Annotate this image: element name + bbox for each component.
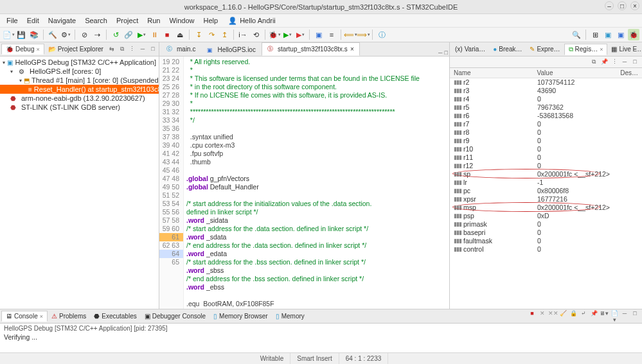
- register-row[interactable]: ▮▮▮xpsr16777216: [450, 195, 642, 204]
- tree-frame-selected[interactable]: ≡ Reset_Handler() at startup_stm32f103c8…: [0, 85, 159, 94]
- remove-launch-button[interactable]: ✕: [538, 310, 547, 323]
- register-row[interactable]: ▮▮▮r343690: [450, 87, 642, 95]
- tree-root[interactable]: ▾ ▣ HelloGPS Debug [STM32 C/C++ Applicat…: [0, 58, 159, 67]
- register-row[interactable]: ▮▮▮r100: [450, 145, 642, 153]
- mx-perspective-button[interactable]: ▣: [615, 29, 627, 40]
- register-row[interactable]: ▮▮▮r6-536813568: [450, 112, 642, 120]
- menu-window[interactable]: Window: [165, 15, 198, 26]
- external-tools-button[interactable]: ▶: [294, 29, 306, 40]
- close-icon[interactable]: ×: [350, 46, 354, 53]
- display-button[interactable]: 🖥▾: [600, 310, 609, 323]
- close-icon[interactable]: ×: [600, 46, 603, 53]
- register-row[interactable]: ▮▮▮control0: [450, 245, 642, 254]
- tab-variables[interactable]: (x)Varia…: [451, 44, 489, 54]
- register-row[interactable]: ▮▮▮r70: [450, 120, 642, 128]
- tab-ioc[interactable]: ▣ HelloGPS.ioc: [201, 44, 261, 56]
- suspend-button[interactable]: ⏸: [148, 29, 160, 40]
- col-desc[interactable]: Des…: [620, 69, 638, 76]
- chevron-down-icon[interactable]: ▾: [19, 78, 22, 83]
- tree-gdb[interactable]: ⬣ arm-none-eabi-gdb (13.2.90.20230627): [0, 94, 159, 103]
- editor-code[interactable]: * All rights reserved. * * This software…: [184, 56, 449, 309]
- build-button[interactable]: 🔨: [47, 29, 58, 40]
- restart-button[interactable]: ↺: [110, 29, 121, 40]
- close-icon[interactable]: ×: [40, 313, 43, 320]
- open-console-button[interactable]: 📄▾: [610, 310, 619, 323]
- tree-elf[interactable]: ▾ ⚙ HelloGPS.elf [cores: 0]: [0, 67, 159, 76]
- maximize-icon[interactable]: □: [148, 46, 157, 53]
- disconnect-button[interactable]: ⏏: [174, 29, 186, 40]
- register-row[interactable]: ▮▮▮r80: [450, 128, 642, 137]
- terminate-button[interactable]: ■: [528, 310, 537, 323]
- swv-button[interactable]: ≡: [326, 29, 337, 40]
- instr-mode-button[interactable]: i→: [237, 29, 249, 40]
- view-menu-button[interactable]: ⋮: [610, 58, 619, 65]
- run-button[interactable]: ▶: [281, 29, 293, 40]
- word-wrap-button[interactable]: ⤶: [579, 310, 588, 323]
- menu-run[interactable]: Run: [143, 15, 164, 26]
- search-icon[interactable]: 🔍: [571, 29, 582, 40]
- open-perspective-button[interactable]: ⊞: [589, 29, 601, 40]
- register-row[interactable]: ▮▮▮msp0x200001fc <__sf+212>: [450, 204, 642, 212]
- scroll-lock-button[interactable]: 🔒: [569, 310, 578, 323]
- forward-button[interactable]: ⟹: [357, 29, 369, 40]
- instr-step-button[interactable]: ⇢: [91, 29, 103, 40]
- register-row[interactable]: ▮▮▮lr-1: [450, 178, 642, 187]
- save-all-button[interactable]: 📚: [28, 29, 40, 40]
- tab-startup-s[interactable]: Ⓢ startup_stm32f103c8tx.s ×: [262, 42, 360, 56]
- tree-stlink[interactable]: ⬣ ST-LINK (ST-LINK GDB server): [0, 103, 159, 112]
- debug-perspective-button[interactable]: 🐞: [628, 29, 639, 40]
- col-value[interactable]: Value: [537, 69, 621, 76]
- register-row[interactable]: ▮▮▮r110: [450, 153, 642, 162]
- tab-breakpoints[interactable]: ●Break…: [489, 44, 526, 54]
- register-row[interactable]: ▮▮▮basepri0: [450, 229, 642, 237]
- register-row[interactable]: ▮▮▮r57967362: [450, 103, 642, 112]
- maximize-icon[interactable]: □: [445, 49, 448, 56]
- register-row[interactable]: ▮▮▮primask0: [450, 220, 642, 229]
- tab-debugger-console[interactable]: ▣Debugger Console: [141, 311, 210, 321]
- tab-debug[interactable]: 🐞 Debug ×: [1, 44, 44, 55]
- minimize-button[interactable]: –: [605, 1, 614, 10]
- tab-project-explorer[interactable]: 📂 Project Explorer: [44, 44, 107, 54]
- minimize-icon[interactable]: ─: [620, 58, 629, 65]
- collapse-button[interactable]: ⇆: [107, 46, 116, 53]
- menu-edit[interactable]: Edit: [23, 15, 43, 26]
- register-row[interactable]: ▮▮▮pc0x80006f8: [450, 187, 642, 195]
- register-row[interactable]: ▮▮▮r120: [450, 162, 642, 170]
- pin-button[interactable]: 📌: [600, 58, 609, 65]
- minimize-icon[interactable]: ─: [438, 49, 442, 56]
- menu-navigate[interactable]: Navigate: [44, 15, 80, 26]
- register-row[interactable]: ▮▮▮psp0xD: [450, 212, 642, 220]
- registers-table[interactable]: ▮▮▮r21073754112▮▮▮r343690▮▮▮r40▮▮▮r57967…: [450, 78, 642, 309]
- tab-expressions[interactable]: ✎Expre…: [526, 44, 564, 54]
- debug-button[interactable]: 🐞: [269, 29, 280, 40]
- editor-body[interactable]: 19 20 21 22 23 24 25 26 27 28 29 30 31 3…: [159, 56, 449, 309]
- step-into-button[interactable]: ↧: [193, 29, 204, 40]
- terminate-button[interactable]: ■: [161, 29, 173, 40]
- drop-frame-button[interactable]: ⟲: [250, 29, 262, 40]
- chevron-down-icon[interactable]: ▾: [3, 60, 5, 65]
- register-row[interactable]: ▮▮▮r40: [450, 95, 642, 103]
- tab-registers[interactable]: ⧉Regis…×: [564, 44, 608, 55]
- menu-search[interactable]: Search: [81, 15, 111, 26]
- console-body[interactable]: HelloGPS Debug [STM32 C/C++ Application]…: [0, 324, 642, 352]
- register-row[interactable]: ▮▮▮faultmask0: [450, 237, 642, 245]
- tab-problems[interactable]: ⚠Problems: [48, 311, 90, 321]
- tab-executables[interactable]: ⬣Executables: [90, 311, 140, 321]
- info-button[interactable]: ⓘ: [376, 29, 388, 40]
- back-button[interactable]: ⟸: [344, 29, 356, 40]
- resume-button[interactable]: ▶: [136, 29, 147, 40]
- pin-button[interactable]: 📌: [589, 310, 598, 323]
- minimize-icon[interactable]: ─: [620, 310, 629, 323]
- link-button[interactable]: ⧉: [118, 46, 127, 53]
- user-indicator[interactable]: 👤 Hello Andrii: [228, 17, 276, 25]
- tab-memory-browser[interactable]: ▯Memory Browser: [210, 311, 272, 321]
- cpp-perspective-button[interactable]: ▣: [602, 29, 614, 40]
- no-skip-button[interactable]: ⊘: [78, 29, 90, 40]
- menu-help[interactable]: Help: [200, 15, 222, 26]
- register-row[interactable]: ▮▮▮r21073754112: [450, 78, 642, 87]
- remove-all-button[interactable]: ✕✕: [548, 310, 557, 323]
- halt-button[interactable]: 🔗: [123, 29, 134, 40]
- tab-memory[interactable]: ▯Memory: [272, 311, 308, 321]
- close-icon[interactable]: ×: [36, 46, 39, 53]
- tab-console[interactable]: 🖥Console×: [1, 311, 48, 322]
